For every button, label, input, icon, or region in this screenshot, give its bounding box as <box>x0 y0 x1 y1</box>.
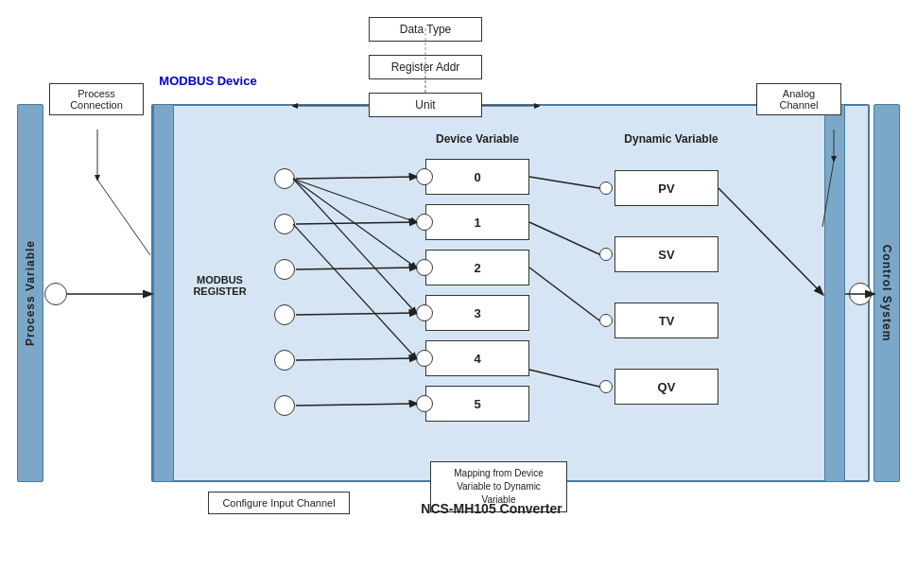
dyn-var-qv: QV <box>614 369 718 405</box>
register-addr-box: Register Addr <box>369 55 482 79</box>
device-var-2: 2 <box>425 250 529 285</box>
dev-circle-2 <box>416 259 433 276</box>
svg-line-2 <box>97 180 150 255</box>
dyn-dot-sv <box>599 248 613 261</box>
modbus-register-label: MODBUS REGISTER <box>175 274 265 297</box>
device-var-5: 5 <box>425 386 529 422</box>
process-variable-bar: Process Variable <box>17 104 43 482</box>
device-var-1: 1 <box>425 204 529 240</box>
reg-circle-3 <box>274 304 295 325</box>
dynamic-variable-header: Dynamic Variable <box>610 132 733 146</box>
diagram-container: Process Variable Control System MODBUS D… <box>0 0 917 588</box>
control-system-bar: Control System <box>874 104 900 482</box>
reg-circle-5 <box>274 395 295 416</box>
reg-circle-4 <box>274 350 295 371</box>
process-connection-box: Process Connection <box>49 83 144 115</box>
analog-circle <box>849 283 872 305</box>
device-var-4: 4 <box>425 340 529 376</box>
device-var-3: 3 <box>425 295 529 331</box>
dev-circle-5 <box>416 395 433 412</box>
dyn-var-sv: SV <box>614 236 718 272</box>
modbus-device-label: MODBUS Device <box>151 74 265 88</box>
analog-channel-box: Analog Channel <box>756 83 841 115</box>
modbus-left-strip <box>153 104 174 482</box>
dev-circle-3 <box>416 304 433 321</box>
unit-box: Unit <box>369 93 482 117</box>
control-system-label: Control System <box>880 245 893 342</box>
dyn-dot-qv <box>599 380 613 393</box>
process-variable-label: Process Variable <box>24 240 37 346</box>
reg-circle-1 <box>274 214 295 234</box>
dev-circle-1 <box>416 214 433 231</box>
device-var-0: 0 <box>425 159 529 195</box>
dyn-var-pv: PV <box>614 170 718 206</box>
dev-circle-0 <box>416 168 433 185</box>
device-variable-header: Device Variable <box>416 132 539 146</box>
ncs-converter-label: NCS-MH105 Converter <box>303 501 681 516</box>
reg-circle-2 <box>274 259 295 280</box>
process-circle <box>44 283 67 305</box>
dyn-dot-pv <box>599 182 613 195</box>
converter-right-strip <box>824 104 845 482</box>
dyn-dot-tv <box>599 314 613 327</box>
dyn-var-tv: TV <box>614 303 718 338</box>
data-type-box: Data Type <box>369 17 482 42</box>
reg-circle-0 <box>274 168 295 189</box>
dev-circle-4 <box>416 350 433 367</box>
